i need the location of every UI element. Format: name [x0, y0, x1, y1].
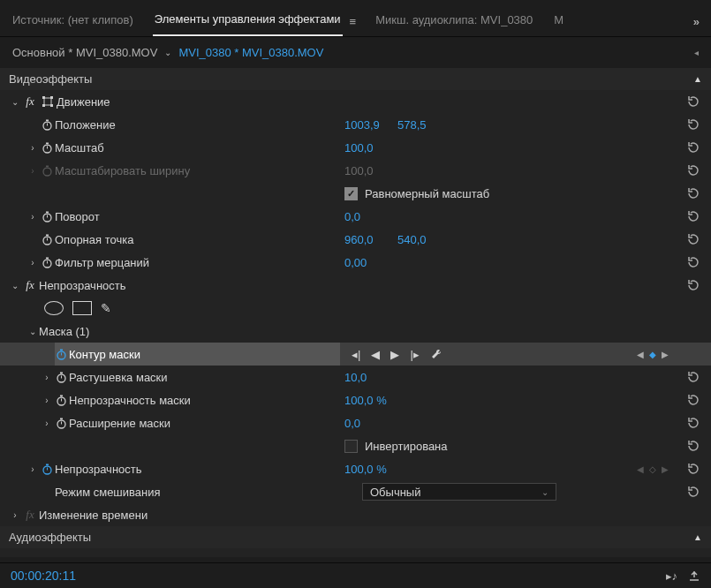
overflow-icon[interactable]: »	[693, 15, 700, 28]
reset-icon[interactable]	[686, 255, 700, 269]
caret-down-icon[interactable]: ⌄	[9, 97, 21, 107]
prop-label: Расширение маски	[69, 417, 170, 430]
value[interactable]: 10,0	[344, 371, 367, 384]
wrench-icon[interactable]	[430, 348, 442, 360]
caret-right-icon[interactable]: ›	[26, 464, 39, 474]
add-keyframe-icon[interactable]: ◆	[649, 350, 656, 359]
prev-keyframe-icon[interactable]: ◀	[637, 350, 644, 359]
value-y[interactable]: 578,5	[397, 118, 427, 132]
reset-icon[interactable]	[686, 485, 700, 499]
tab-source[interactable]: Источник: (нет клипов)	[11, 8, 135, 35]
value-y[interactable]: 540,0	[397, 233, 427, 246]
playhead-icon[interactable]: ▸♪	[666, 569, 678, 583]
track-back-one-icon[interactable]: ◂|	[352, 348, 360, 361]
reset-icon[interactable]	[686, 94, 700, 109]
mask-label: Маска (1)	[39, 325, 89, 338]
uniform-scale-checkbox[interactable]	[344, 187, 358, 200]
caret-right-icon[interactable]: ›	[26, 143, 39, 153]
reset-icon[interactable]	[686, 140, 700, 155]
value-x[interactable]: 960,0	[344, 233, 374, 246]
value[interactable]: 0,0	[344, 417, 360, 430]
effect-opacity[interactable]: ⌄ fx Непрозрачность	[0, 274, 711, 297]
mask-group[interactable]: ⌄ Маска (1)	[0, 320, 711, 343]
tab-effect-controls[interactable]: Элементы управления эффектами	[153, 7, 343, 36]
prop-mask-path[interactable]: Контур маски ◂| ◀ ▶ |▸ ◀ ◆ ▶	[0, 343, 711, 366]
breadcrumb-master[interactable]: Основной * MVI_0380.MOV	[12, 46, 157, 59]
fx-badge-icon[interactable]: fx	[21, 278, 39, 292]
svg-rect-29	[60, 395, 63, 396]
add-keyframe-icon[interactable]: ◇	[649, 464, 656, 474]
value[interactable]: 100,0 %	[344, 394, 387, 407]
value-x[interactable]: 1003,9	[344, 118, 380, 132]
caret-right-icon[interactable]: ›	[41, 373, 53, 382]
value[interactable]: 100,0 %	[344, 463, 387, 476]
svg-rect-26	[60, 372, 63, 373]
reset-icon[interactable]	[686, 163, 700, 177]
stopwatch-icon[interactable]	[39, 257, 55, 268]
prop-label: Режим смешивания	[55, 486, 161, 499]
blend-mode-dropdown[interactable]: Обычный ⌄	[362, 483, 556, 501]
caret-right-icon[interactable]: ›	[41, 418, 53, 428]
chevron-down-icon: ⌄	[541, 487, 548, 497]
collapse-icon[interactable]: ▲	[693, 532, 702, 542]
next-keyframe-icon[interactable]: ▶	[662, 464, 669, 474]
tab-extra[interactable]: М	[552, 8, 565, 35]
stopwatch-icon[interactable]	[39, 234, 55, 245]
stopwatch-icon[interactable]	[39, 211, 55, 222]
stopwatch-active-icon[interactable]	[39, 464, 55, 475]
caret-down-icon[interactable]: ⌄	[9, 281, 21, 290]
caret-right-icon[interactable]: ›	[9, 510, 21, 520]
mask-ellipse-icon[interactable]	[44, 301, 64, 315]
stopwatch-active-icon[interactable]	[53, 349, 69, 360]
prop-mask-opacity: › Непрозрачность маски 100,0 %	[0, 388, 711, 411]
breadcrumb-clip[interactable]: MVI_0380 * MVI_0380.MOV	[178, 46, 323, 59]
value[interactable]: 100,0	[344, 141, 374, 155]
prop-label: Масштаб	[55, 141, 104, 155]
fx-badge-icon[interactable]: fx	[21, 94, 39, 109]
effect-time-remap[interactable]: › fx Изменение времени	[0, 503, 711, 526]
reset-icon[interactable]	[686, 232, 700, 246]
caret-right-icon[interactable]: ›	[41, 396, 53, 405]
caret-right-icon[interactable]: ›	[26, 212, 39, 222]
collapse-icon[interactable]: ▲	[693, 74, 702, 84]
timeline-toggle-icon[interactable]: ◂	[694, 48, 699, 57]
stopwatch-icon[interactable]	[39, 119, 55, 131]
caret-right-icon[interactable]: ›	[26, 258, 39, 268]
stopwatch-icon[interactable]	[39, 142, 55, 154]
track-backward-icon[interactable]: ◀	[371, 348, 380, 361]
stopwatch-icon[interactable]	[53, 418, 69, 429]
reset-icon[interactable]	[686, 370, 700, 384]
track-forward-icon[interactable]: ▶	[390, 348, 399, 361]
value[interactable]: 0,00	[344, 256, 367, 269]
track-forward-one-icon[interactable]: |▸	[410, 348, 419, 361]
reset-icon[interactable]	[686, 209, 700, 223]
section-video-effects[interactable]: Видеоэффекты ▲	[0, 68, 711, 90]
stopwatch-icon[interactable]	[53, 395, 69, 406]
effect-motion[interactable]: ⌄ fx Движение	[0, 90, 711, 113]
export-icon[interactable]	[688, 569, 700, 583]
reset-icon[interactable]	[686, 393, 700, 407]
reset-icon[interactable]	[686, 416, 700, 430]
next-keyframe-icon[interactable]: ▶	[662, 350, 669, 359]
value[interactable]: 0,0	[344, 210, 360, 223]
reset-icon[interactable]	[686, 462, 700, 476]
footer: 00:00:20:11 ▸♪	[0, 562, 711, 588]
section-audio-effects[interactable]: Аудиоэффекты ▲	[0, 526, 711, 548]
reset-icon[interactable]	[686, 186, 700, 200]
svg-rect-32	[60, 418, 63, 419]
fx-badge-icon[interactable]: fx	[21, 508, 39, 522]
caret-down-icon[interactable]: ⌄	[26, 327, 39, 336]
transform-icon[interactable]	[39, 95, 57, 108]
panel-menu-icon[interactable]: ≡	[350, 15, 357, 28]
chevron-down-icon[interactable]: ⌄	[164, 48, 171, 57]
tab-audio-mixer[interactable]: Микш. аудиоклипа: MVI_0380	[374, 8, 534, 35]
mask-rect-icon[interactable]	[72, 301, 92, 315]
prev-keyframe-icon[interactable]: ◀	[637, 464, 644, 474]
reset-icon[interactable]	[686, 439, 700, 453]
timecode[interactable]: 00:00:20:11	[11, 569, 76, 583]
mask-pen-icon[interactable]: ✎	[101, 301, 111, 315]
reset-icon[interactable]	[686, 117, 700, 132]
inverted-checkbox[interactable]	[344, 440, 358, 453]
stopwatch-icon[interactable]	[53, 372, 69, 383]
reset-icon[interactable]	[686, 278, 700, 292]
